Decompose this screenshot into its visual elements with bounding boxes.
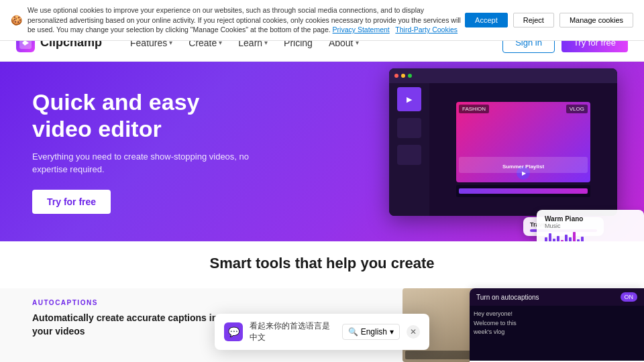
- music-card: Warm Piano Music: [537, 210, 644, 241]
- language-detection-popup: 💬 看起来你的首选语言是 中文 🔍 English ▾ ✕: [215, 314, 429, 350]
- autocaptions-text: AUTOCAPTIONS Automatically create accura…: [32, 299, 220, 351]
- editor-max-dot: [408, 74, 412, 78]
- speech-bubble-icon: 💬: [224, 322, 243, 341]
- demo-transcript: Hey everyone! Welcome to this week's vlo…: [470, 306, 644, 361]
- demo-header: Turn on autocaptions ON: [470, 288, 644, 306]
- sidebar-item[interactable]: ▶: [397, 87, 421, 111]
- warm-piano-label: Warm Piano: [545, 215, 636, 223]
- demo-header-label: Turn on autocaptions: [476, 294, 539, 301]
- transcript-line-2: Welcome to this: [474, 319, 640, 328]
- smart-tools-title: Smart tools that help you create: [210, 255, 435, 272]
- autocaptions-demo: Turn on autocaptions ON Hey everyone! We…: [470, 288, 644, 362]
- autocaptions-label: AUTOCAPTIONS: [32, 299, 220, 306]
- autocaptions-description: Automatically create accurate captions i…: [32, 312, 220, 338]
- cookie-banner: 🍪 We use optional cookies to improve you…: [0, 0, 644, 41]
- music-label: Music: [545, 223, 636, 229]
- timeline[interactable]: [456, 185, 590, 197]
- language-selector[interactable]: 🔍 English ▾: [342, 324, 400, 340]
- vlog-tag: VLOG: [566, 105, 588, 113]
- language-value: English: [361, 327, 387, 337]
- cookie-banner-text: We use optional cookies to improve your …: [28, 5, 465, 35]
- cookie-buttons: Accept Reject Manage cookies: [465, 13, 633, 27]
- accept-button[interactable]: Accept: [465, 13, 508, 27]
- editor-titlebar: [389, 68, 617, 83]
- transcript-line-1: Hey everyone!: [474, 310, 640, 319]
- close-popup-button[interactable]: ✕: [407, 325, 420, 339]
- third-party-link[interactable]: Third-Party Cookies: [395, 25, 458, 34]
- hero-title-line1: Quick and easy: [32, 89, 199, 115]
- editor-min-dot: [401, 74, 405, 78]
- manage-cookies-button[interactable]: Manage cookies: [559, 13, 633, 27]
- waveform: [545, 232, 636, 241]
- chevron-down-icon: ▾: [390, 327, 394, 337]
- privacy-link[interactable]: Privacy Statement: [333, 25, 390, 34]
- fashion-tag: FASHION: [459, 105, 489, 113]
- hero-subtitle: Everything you need to create show-stopp…: [32, 150, 274, 176]
- editor-close-dot: [394, 74, 398, 78]
- hero-title: Quick and easy video editor: [32, 89, 274, 141]
- hero-cta-button[interactable]: Try for free: [32, 190, 111, 214]
- editor-body: ▶ FASHION VLOG ▶: [389, 83, 617, 216]
- transcript-line-3: week's vlog: [474, 328, 640, 337]
- cookie-banner-content: 🍪 We use optional cookies to improve you…: [11, 5, 465, 35]
- editor-mockup: ▶ FASHION VLOG ▶: [389, 68, 617, 216]
- hero-content: Quick and easy video editor Everything y…: [32, 89, 274, 213]
- video-preview: FASHION VLOG ▶ Summer Playlist: [456, 102, 590, 182]
- language-detected-text: 看起来你的首选语言是 中文: [250, 320, 335, 343]
- cookie-icon: 🍪: [11, 15, 22, 25]
- demo-toggle[interactable]: ON: [621, 292, 638, 302]
- reject-button[interactable]: Reject: [513, 13, 554, 27]
- sidebar-item[interactable]: [397, 145, 421, 165]
- hero-section: Quick and easy video editor Everything y…: [0, 62, 644, 241]
- hero-title-line2: video editor: [32, 116, 162, 141]
- editor-sidebar: ▶: [389, 83, 429, 216]
- sidebar-item[interactable]: [397, 118, 421, 138]
- search-icon: 🔍: [348, 327, 358, 337]
- summer-playlist: Summer Playlist: [459, 157, 588, 173]
- editor-main: FASHION VLOG ▶ Summer Playlist: [429, 83, 617, 216]
- hero-image: ▶ FASHION VLOG ▶: [309, 62, 644, 241]
- timeline-track: [459, 188, 588, 194]
